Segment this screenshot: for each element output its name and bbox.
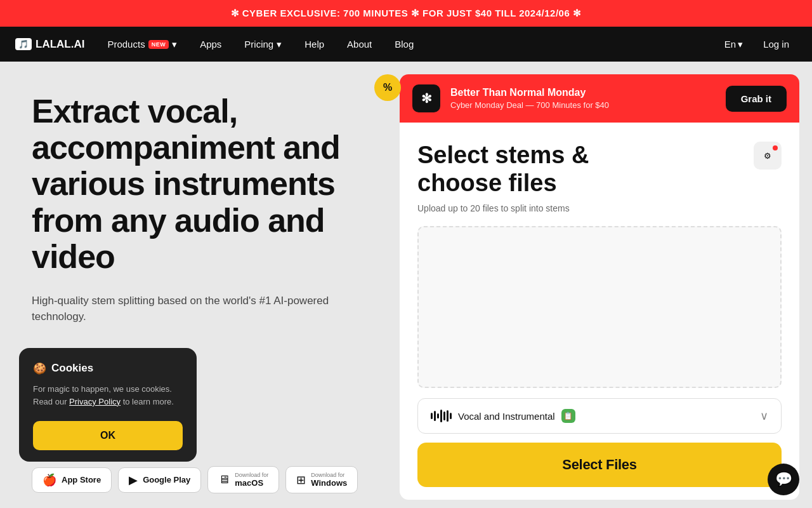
nav-item-pricing[interactable]: Pricing ▾	[234, 34, 292, 55]
upload-panel: Select stems & choose files ⚙ Upload up …	[400, 123, 799, 500]
nav-item-blog[interactable]: Blog	[384, 34, 424, 55]
main-area: % Extract vocal, accompaniment and vario…	[0, 62, 812, 508]
download-googleplay[interactable]: ▶ Google Play	[118, 467, 201, 493]
chat-button[interactable]: 💬	[768, 464, 799, 495]
file-drop-zone[interactable]	[417, 226, 782, 388]
download-macos[interactable]: 🖥 Download for macOS	[207, 466, 279, 493]
top-banner: ✻ CYBER EXCLUSIVE: 700 MINUTES ✻ FOR JUS…	[0, 0, 812, 27]
nav-item-help[interactable]: Help	[294, 34, 334, 55]
cookie-text: For magic to happen, we use cookies. Rea…	[33, 383, 183, 408]
right-section: ✻ Better Than Normal Monday Cyber Monday…	[393, 62, 812, 508]
nav-label-about: About	[347, 39, 372, 50]
download-windows[interactable]: ⊞ Download for Windows	[285, 466, 358, 493]
percent-badge: %	[374, 74, 401, 101]
download-buttons: 🍎 App Store ▶ Google Play 🖥 Download for…	[32, 466, 358, 493]
nav-label-blog: Blog	[395, 39, 414, 50]
logo-icon: 🎵	[15, 38, 32, 50]
promo-title: Better Than Normal Monday	[450, 87, 716, 98]
nav-language-selector[interactable]: En ▾	[717, 34, 750, 55]
panel-subtitle: Upload up to 20 files to split into stem…	[417, 203, 782, 213]
macos-icon: 🖥	[218, 473, 230, 486]
promo-text: Better Than Normal Monday Cyber Monday D…	[450, 87, 716, 110]
cookie-ok-button[interactable]: OK	[33, 421, 183, 450]
cookie-title: 🍪 Cookies	[33, 362, 183, 375]
google-play-icon: ▶	[129, 473, 138, 487]
red-dot	[773, 145, 778, 150]
nav-login-button[interactable]: Log in	[756, 34, 797, 55]
nav-label-help: Help	[304, 39, 324, 50]
promo-icon-wrap: ✻	[412, 84, 440, 112]
settings-button[interactable]: ⚙	[754, 142, 782, 170]
nav-label-products: Products	[107, 39, 145, 50]
nav-logo[interactable]: 🎵 LALAL.AI	[15, 38, 84, 51]
nav-item-apps[interactable]: Apps	[190, 34, 232, 55]
chat-icon: 💬	[775, 471, 792, 488]
grab-it-button[interactable]: Grab it	[726, 86, 787, 112]
panel-header: Select stems & choose files ⚙	[417, 142, 782, 197]
stems-left: Vocal and Instrumental 📋	[431, 409, 575, 423]
nav-lang-label: En	[724, 39, 736, 50]
chevron-icon-lang: ▾	[738, 39, 743, 50]
promo-icon: ✻	[421, 91, 432, 106]
nav-label-pricing: Pricing	[244, 39, 273, 50]
cookie-title-text: Cookies	[51, 362, 93, 375]
nav-right: En ▾ Log in	[717, 34, 797, 55]
nav-label-apps: Apps	[200, 39, 221, 50]
download-appstore[interactable]: 🍎 App Store	[32, 467, 112, 493]
settings-icon: ⚙	[764, 151, 771, 161]
banner-text: ✻ CYBER EXCLUSIVE: 700 MINUTES ✻ FOR JUS…	[231, 8, 582, 19]
chevron-down-icon: ∨	[760, 409, 768, 423]
stems-dropdown[interactable]: Vocal and Instrumental 📋 ∨	[417, 398, 782, 434]
privacy-policy-link[interactable]: Privacy Policy	[69, 397, 121, 406]
select-files-button[interactable]: Select Files	[417, 443, 782, 487]
cookie-banner: 🍪 Cookies For magic to happen, we use co…	[19, 348, 197, 462]
cookie-icon: 🍪	[33, 362, 46, 375]
apple-icon: 🍎	[43, 473, 56, 487]
chevron-icon-products: ▾	[172, 39, 177, 50]
hero-subtitle: High-quality stem splitting based on the…	[32, 293, 336, 325]
hero-title: Extract vocal, accompaniment and various…	[32, 93, 362, 275]
promo-subtitle: Cyber Monday Deal — 700 Minutes for $40	[450, 100, 716, 110]
logo-text: LALAL.AI	[36, 38, 84, 51]
stems-badge-icon: 📋	[561, 409, 575, 423]
nav-item-products[interactable]: Products NEW ▾	[97, 34, 187, 55]
waveform-icon	[431, 410, 452, 422]
nav-links: Products NEW ▾ Apps Pricing ▾ Help About…	[97, 34, 716, 55]
panel-title: Select stems & choose files	[417, 142, 658, 197]
left-section: Extract vocal, accompaniment and various…	[0, 62, 393, 508]
nav-item-about[interactable]: About	[337, 34, 382, 55]
windows-icon: ⊞	[296, 473, 306, 487]
nav-badge-new: NEW	[148, 40, 169, 49]
promo-banner: ✻ Better Than Normal Monday Cyber Monday…	[400, 74, 799, 123]
stems-label: Vocal and Instrumental	[458, 411, 555, 422]
chevron-icon-pricing: ▾	[277, 39, 282, 50]
navigation: 🎵 LALAL.AI Products NEW ▾ Apps Pricing ▾…	[0, 27, 812, 62]
